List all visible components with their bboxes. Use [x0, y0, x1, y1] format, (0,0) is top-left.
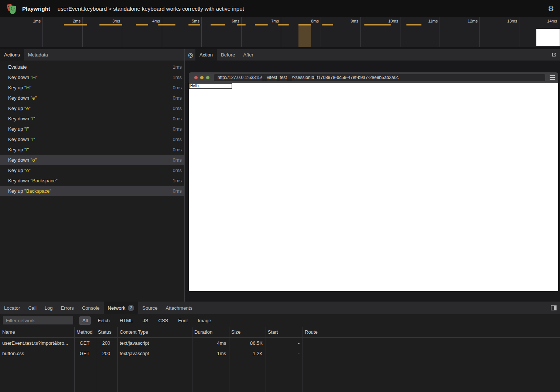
tab-source[interactable]: Source	[138, 302, 161, 314]
timeline-action-bar[interactable]	[255, 24, 268, 25]
timeline-tick: 7ms	[241, 17, 281, 47]
tab-console[interactable]: Console	[78, 302, 104, 314]
timeline-action-bar[interactable]	[188, 24, 200, 25]
timeline-action-bar[interactable]	[406, 24, 421, 25]
snapshot-panel: ◎ Action Before After	[185, 49, 560, 302]
filter-chip-all[interactable]: All	[79, 316, 91, 325]
filter-chip-image[interactable]: Image	[194, 316, 214, 325]
details-tabbar: Locator Call Log Errors Cons	[0, 302, 560, 314]
playwright-trace-viewer: Playwright userEvent.keyboard > standalo…	[0, 0, 560, 392]
cell-content-type: text/javascript	[117, 338, 192, 348]
action-list: Evaluate 1ms Key down "H" 1ms Key up "H"…	[0, 62, 184, 196]
action-row[interactable]: Key up "e" 0ms	[0, 103, 184, 113]
timeline-tick: 11ms	[400, 17, 440, 47]
timeline-action-bar[interactable]	[211, 24, 225, 25]
timeline-action-bar[interactable]	[99, 24, 122, 25]
tab-log[interactable]: Log	[41, 302, 57, 314]
column-header[interactable]: Status	[96, 327, 117, 337]
network-table-header: Name Method Status Content Type Duration…	[0, 327, 560, 338]
action-row[interactable]: Key down "e" 0ms	[0, 93, 184, 103]
timeline-action-bar[interactable]	[278, 24, 289, 25]
browser-chrome-bar: http://127.0.0.1:63315/__vitest_test__/?…	[189, 72, 558, 83]
tab-metadata[interactable]: Metadata	[24, 49, 52, 61]
network-filter-row: All Fetch HTML JS CSS Font Image	[0, 314, 560, 327]
action-row[interactable]: Key up "o" 0ms	[0, 165, 184, 175]
action-row[interactable]: Key down "l" 0ms	[0, 113, 184, 124]
traffic-light-buttons	[194, 76, 209, 79]
timeline-action-bar[interactable]	[237, 24, 246, 25]
action-label: Key down "H"	[8, 75, 173, 80]
cell-start: -	[266, 348, 303, 358]
snapshot-page: Hello	[189, 83, 558, 291]
action-duration: 0ms	[173, 157, 182, 163]
action-row[interactable]: Key down "o" 0ms	[0, 155, 184, 165]
action-row[interactable]: Key up "Backspace" 0ms	[0, 186, 184, 196]
filter-chip-css[interactable]: CSS	[155, 316, 172, 325]
cell-status: 200	[96, 338, 117, 348]
browser-menu-icon	[550, 75, 555, 80]
column-header[interactable]: Size	[229, 327, 266, 337]
network-request-row[interactable]: userEvent.test.ts?import&bro... GET 200 …	[0, 338, 560, 348]
column-header[interactable]: Name	[0, 327, 74, 337]
tab-attachments[interactable]: Attachments	[161, 302, 196, 314]
tab-errors[interactable]: Errors	[57, 302, 78, 314]
filter-chip-js[interactable]: JS	[139, 316, 151, 325]
page-text-input[interactable]: Hello	[189, 83, 232, 89]
timeline-tick: 13ms	[479, 17, 519, 47]
timeline-action-bar[interactable]	[158, 24, 175, 25]
timeline-action-bar[interactable]	[322, 24, 333, 25]
column-header[interactable]: Route	[303, 327, 560, 337]
action-label: Key down "e"	[8, 95, 173, 101]
action-label: Key up "H"	[8, 85, 173, 90]
timeline-action-bar[interactable]	[364, 24, 391, 25]
action-label: Key up "l"	[8, 147, 173, 152]
filter-chip-font[interactable]: Font	[175, 316, 191, 325]
timeline[interactable]: 1ms 2ms 3ms 4ms 5ms 6ms	[0, 17, 560, 49]
action-duration: 1ms	[173, 178, 182, 183]
network-request-row[interactable]: button.css GET 200 text/javascript 1ms 1…	[0, 348, 560, 358]
action-row[interactable]: Key up "H" 0ms	[0, 82, 184, 93]
snapshot-area: http://127.0.0.1:63315/__vitest_test__/?…	[185, 61, 560, 302]
action-duration: 1ms	[173, 75, 182, 80]
action-label: Key down "Backspace"	[8, 178, 173, 183]
timeline-tick: 4ms	[122, 17, 162, 47]
tab-actions[interactable]: Actions	[0, 49, 24, 61]
action-row[interactable]: Key down "H" 1ms	[0, 72, 184, 82]
actions-panel: Actions Metadata Evaluate 1ms Key down "…	[0, 49, 185, 302]
network-table-body: userEvent.test.ts?import&bro... GET 200 …	[0, 338, 560, 358]
action-label: Key up "Backspace"	[8, 188, 173, 194]
film-strip-thumbnail[interactable]	[536, 29, 560, 46]
playwright-logo-icon	[6, 3, 17, 14]
tab-before[interactable]: Before	[217, 49, 239, 61]
column-header[interactable]: Start	[266, 327, 303, 337]
timeline-tick: 1ms	[3, 17, 43, 47]
tab-after[interactable]: After	[239, 49, 257, 61]
filter-chip-fetch[interactable]: Fetch	[94, 316, 113, 325]
tab-action[interactable]: Action	[195, 49, 217, 61]
action-row[interactable]: Key down "l" 0ms	[0, 134, 184, 144]
timeline-tick: 12ms	[440, 17, 480, 47]
action-label: Key up "l"	[8, 126, 173, 132]
timeline-action-bar[interactable]	[64, 24, 87, 25]
column-header[interactable]: Duration	[192, 327, 229, 337]
action-duration: 0ms	[173, 147, 182, 152]
column-header[interactable]: Content Type	[117, 327, 192, 337]
toggle-panel-layout-icon[interactable]	[547, 302, 560, 314]
action-row[interactable]: Key up "l" 0ms	[0, 144, 184, 155]
action-row[interactable]: Key up "l" 0ms	[0, 124, 184, 134]
timeline-action-bar[interactable]	[136, 24, 148, 25]
open-snapshot-external-icon[interactable]	[548, 49, 560, 61]
action-row[interactable]: Key down "Backspace" 1ms	[0, 175, 184, 186]
filter-network-input[interactable]	[3, 316, 73, 324]
settings-gear-icon[interactable]: ⚙	[548, 5, 554, 12]
cell-method: GET	[74, 348, 96, 358]
tab-network[interactable]: Network2	[104, 302, 139, 314]
pick-locator-icon[interactable]: ◎	[185, 49, 195, 61]
timeline-action-bar[interactable]	[298, 24, 311, 47]
tab-locator[interactable]: Locator	[0, 302, 24, 314]
action-row[interactable]: Evaluate 1ms	[0, 62, 184, 72]
column-header[interactable]: Method	[74, 327, 96, 337]
tab-call[interactable]: Call	[24, 302, 40, 314]
filter-chip-html[interactable]: HTML	[116, 316, 136, 325]
minimize-dot-icon	[200, 76, 204, 79]
